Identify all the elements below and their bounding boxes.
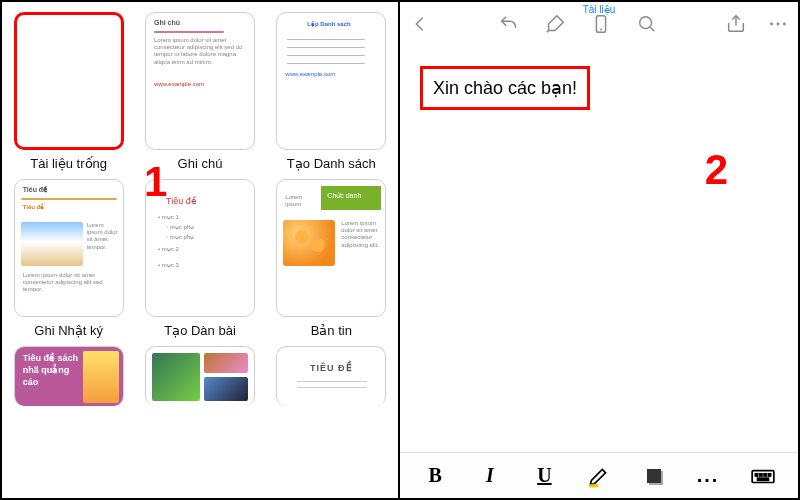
svg-point-2 (640, 17, 652, 29)
template-picker-pane: Tài liệu trống Ghi chú Lorem ipsum dolor… (2, 2, 400, 498)
search-icon (636, 13, 658, 35)
search-button[interactable] (635, 12, 659, 36)
template-row3-c[interactable]: TIÊU ĐỀ (273, 346, 390, 406)
device-icon (590, 13, 612, 35)
color-button[interactable] (634, 459, 674, 493)
undo-button[interactable] (497, 12, 521, 36)
color-swatch-icon (647, 469, 661, 483)
template-label: Ghi chú (178, 156, 223, 171)
device-button[interactable] (589, 12, 613, 36)
template-label: Tạo Dàn bài (164, 323, 236, 338)
svg-point-5 (770, 23, 773, 26)
template-thumb-row3-b (145, 346, 255, 406)
svg-rect-11 (764, 473, 766, 475)
typed-text-highlight: Xin chào các bạn! (420, 66, 590, 110)
svg-rect-10 (759, 473, 761, 475)
template-newsletter[interactable]: Chức danh Lorem ipsum Lorem ipsum dolor … (273, 179, 390, 338)
template-book-ad[interactable]: Tiêu đề sách nhã quảng cáo (10, 346, 127, 406)
svg-point-6 (777, 23, 780, 26)
template-thumb-book-ad: Tiêu đề sách nhã quảng cáo (14, 346, 124, 406)
template-label: Bản tin (311, 323, 352, 338)
svg-rect-12 (768, 473, 770, 475)
back-button[interactable] (408, 12, 432, 36)
svg-rect-13 (757, 478, 768, 480)
keyboard-icon (750, 463, 776, 489)
more-button[interactable] (766, 12, 790, 36)
template-journal[interactable]: Tiêu đề Tiêu đề Lorem ipsum dolor sit am… (10, 179, 127, 338)
svg-line-3 (650, 27, 654, 31)
brush-button[interactable] (543, 12, 567, 36)
template-thumb-blank (14, 12, 124, 150)
brush-icon (544, 13, 566, 35)
svg-rect-9 (755, 473, 757, 475)
svg-point-7 (783, 23, 786, 26)
template-gallery: Tài liệu trống Ghi chú Lorem ipsum dolor… (2, 2, 398, 406)
template-label: Tạo Danh sách (287, 156, 376, 171)
editor-canvas[interactable]: Xin chào các bạn! 2 (400, 46, 798, 452)
template-notes[interactable]: Ghi chú Lorem ipsum dolor sit amet conse… (141, 12, 258, 171)
doc-breadcrumb: Tài liệu (583, 4, 616, 15)
share-button[interactable] (724, 12, 748, 36)
typed-text: Xin chào các bạn! (433, 78, 577, 98)
ellipsis-icon (767, 13, 789, 35)
underline-button[interactable]: U (524, 459, 564, 493)
template-thumb-row3-c: TIÊU ĐỀ (276, 346, 386, 406)
highlighter-icon (586, 463, 612, 489)
template-label: Ghi Nhật ký (34, 323, 103, 338)
format-toolbar: B I U ... (400, 452, 798, 498)
bold-button[interactable]: B (415, 459, 455, 493)
undo-icon (498, 13, 520, 35)
template-label: Tài liệu trống (30, 156, 107, 171)
keyboard-button[interactable] (743, 459, 783, 493)
template-row3-b[interactable] (141, 346, 258, 406)
chevron-left-icon (409, 13, 431, 35)
template-thumb-list: Lập Danh sách www.example.com (276, 12, 386, 150)
template-blank[interactable]: Tài liệu trống (10, 12, 127, 171)
callout-step-2: 2 (705, 146, 728, 194)
share-icon (725, 13, 747, 35)
more-format-button[interactable]: ... (688, 459, 728, 493)
italic-button[interactable]: I (470, 459, 510, 493)
template-thumb-newsletter: Chức danh Lorem ipsum Lorem ipsum dolor … (276, 179, 386, 317)
editor-pane: Tài liệu (400, 2, 798, 498)
highlight-button[interactable] (579, 459, 619, 493)
template-thumb-journal: Tiêu đề Tiêu đề Lorem ipsum dolor sit am… (14, 179, 124, 317)
callout-step-1: 1 (144, 158, 167, 206)
template-list[interactable]: Lập Danh sách www.example.com Tạo Danh s… (273, 12, 390, 171)
template-thumb-notes: Ghi chú Lorem ipsum dolor sit amet conse… (145, 12, 255, 150)
